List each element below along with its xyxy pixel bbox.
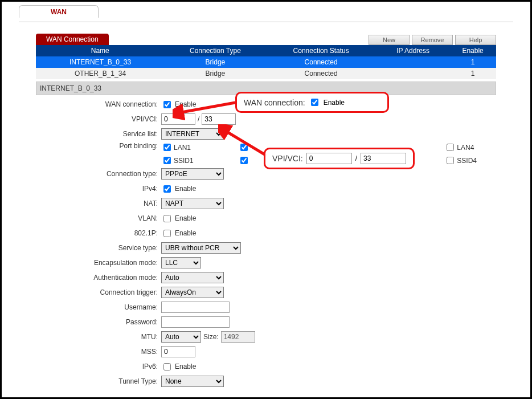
ctrigger-select[interactable]: AlwaysOn (161, 287, 224, 298)
cell-cstatus: Connected (266, 56, 377, 68)
label-wanconn: WAN connection: (36, 100, 161, 108)
label-vlan: VLAN: (36, 214, 161, 222)
label-mtu: MTU: (36, 333, 161, 341)
8021p-enable-label: Enable (175, 229, 196, 237)
cell-ip (377, 56, 450, 68)
label-ipv6: IPv6: (36, 363, 161, 370)
callout2-slash: / (355, 154, 357, 162)
callout-vpivci: VPI/VCI: / (264, 148, 415, 169)
port-ssid4-checkbox[interactable] (447, 157, 454, 164)
encap-select[interactable]: LLC (161, 257, 201, 268)
label-ctrigger: Connection trigger: (36, 288, 161, 296)
ipv4-enable-label: Enable (175, 185, 196, 193)
cell-ip (377, 68, 450, 79)
port-ssid4-label: SSID4 (457, 157, 477, 165)
cell-ctype: Bridge (165, 68, 266, 79)
tunnel-select[interactable]: None (161, 376, 224, 387)
label-servicetype: Service type: (36, 244, 161, 252)
port-col2-ck1[interactable] (240, 144, 248, 151)
th-enable: Enable (450, 45, 496, 56)
label-authmode: Authentication mode: (36, 274, 161, 282)
vlan-checkbox[interactable] (163, 215, 171, 222)
port-col2-ck2[interactable] (240, 157, 248, 164)
label-servicelist: Service list: (36, 130, 161, 138)
username-input[interactable] (161, 302, 230, 313)
cell-enable: 1 (450, 68, 496, 79)
table-row[interactable]: INTERNET_B_0_33 Bridge Connected 1 (36, 56, 496, 68)
8021p-checkbox[interactable] (163, 230, 171, 237)
table-row[interactable]: OTHER_B_1_34 Bridge Connected 1 (36, 68, 496, 79)
cell-ctype: Bridge (165, 56, 266, 68)
label-ipv4: IPv4: (36, 185, 161, 193)
th-ip: IP Address (377, 45, 450, 56)
nat-select[interactable]: NAPT (161, 198, 224, 209)
label-mtusize: Size: (203, 333, 219, 341)
callout1-enable: Enable (324, 99, 345, 107)
callout-wanconnection: WAN connection: Enable (235, 92, 389, 113)
mtu-select[interactable]: Auto (161, 331, 201, 343)
port-lan4-checkbox[interactable] (447, 144, 454, 151)
label-password: Password: (36, 318, 161, 326)
port-lan1-label: LAN1 (174, 144, 191, 152)
panel-title: WAN Connection (36, 34, 109, 45)
port-ssid1-checkbox[interactable] (163, 157, 171, 164)
port-lan4-label: LAN4 (457, 144, 474, 152)
cell-enable: 1 (450, 56, 496, 68)
label-username: Username: (36, 303, 161, 311)
wanconn-enable-label: Enable (175, 100, 196, 108)
vci-input[interactable] (202, 113, 236, 125)
ipv6-checkbox[interactable] (163, 363, 171, 370)
label-vpivci: VPI/VCI: (36, 115, 161, 123)
wanconn-enable-checkbox[interactable] (163, 101, 171, 108)
ipv4-checkbox[interactable] (163, 185, 171, 193)
vpi-input[interactable] (161, 113, 195, 125)
password-input[interactable] (161, 316, 230, 328)
th-ctype: Connection Type (165, 45, 266, 56)
authmode-select[interactable]: Auto (161, 272, 224, 283)
servicelist-select[interactable]: INTERNET (161, 128, 224, 140)
th-cstatus: Connection Status (266, 45, 377, 56)
ipv6-enable-label: Enable (175, 363, 196, 370)
label-8021p: 802.1P: (36, 229, 161, 237)
label-encap: Encapsulation mode: (36, 259, 161, 267)
conntype-select[interactable]: PPPoE (161, 168, 224, 180)
help-button[interactable]: Help (455, 35, 496, 45)
port-lan1-checkbox[interactable] (163, 144, 171, 151)
remove-button[interactable]: Remove (412, 35, 453, 45)
tab-wan[interactable]: WAN (19, 5, 99, 18)
tab-underline (19, 22, 513, 22)
connection-table: Name Connection Type Connection Status I… (36, 45, 496, 79)
vlan-enable-label: Enable (175, 214, 196, 222)
cell-name: INTERNET_B_0_33 (36, 56, 165, 68)
form-area: WAN connection: Enable VPI/VCI: / S (36, 97, 496, 399)
cell-name: OTHER_B_1_34 (36, 68, 165, 79)
label-portbinding: Port binding: (36, 142, 161, 150)
label-mss: MSS: (36, 348, 161, 356)
callout2-label: VPI/VCI: (272, 154, 303, 163)
label-tunnel: Tunnel Type: (36, 377, 161, 385)
label-nat: NAT: (36, 199, 161, 207)
callout2-vpi-input[interactable] (306, 153, 352, 164)
mtusize-input (221, 331, 255, 343)
cell-cstatus: Connected (266, 68, 377, 79)
callout1-checkbox[interactable] (311, 99, 318, 106)
new-button[interactable]: New (369, 35, 410, 45)
callout1-label: WAN connection: (244, 98, 305, 107)
port-ssid1-label: SSID1 (174, 157, 194, 165)
servicetype-select[interactable]: UBR without PCR (161, 242, 241, 254)
slash: / (198, 115, 199, 123)
mss-input[interactable] (161, 346, 195, 357)
th-name: Name (36, 45, 165, 56)
label-conntype: Connection type: (36, 170, 161, 178)
callout2-vci-input[interactable] (361, 153, 406, 164)
